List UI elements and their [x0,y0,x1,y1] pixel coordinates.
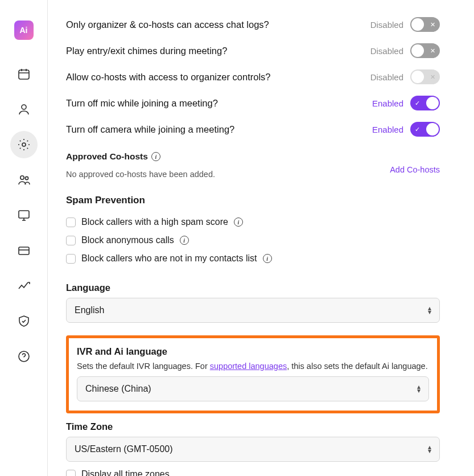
ivr-language-select[interactable]: Chinese (China) ▴▾ [77,376,429,401]
svg-point-1 [22,105,26,109]
x-icon: ✕ [430,48,435,54]
spam-option-label: Block callers who are not in my contacts… [81,253,257,264]
shield-icon [17,314,31,328]
approved-cohosts-heading: Approved Co-hosts i [66,151,440,162]
users-icon [17,173,31,187]
info-icon[interactable]: i [151,152,160,161]
nav-analytics[interactable] [10,272,38,299]
setting-row: Turn off camera while joining a meeting?… [66,116,440,142]
svg-rect-5 [19,211,29,218]
svg-point-4 [25,177,28,179]
check-icon: ✓ [415,126,420,133]
setting-status: Disabled [370,46,403,56]
ivr-language-value: Chinese (China) [85,384,151,394]
setting-row: Only organizer & co-hosts can access cha… [66,11,440,38]
ivr-description: Sets the default IVR languages. For supp… [77,362,429,371]
spam-option-checkbox[interactable] [66,254,76,264]
sidebar: Ai [0,0,48,476]
card-icon [17,244,31,257]
language-select[interactable]: English ▴▾ [66,298,440,323]
info-icon[interactable]: i [180,236,189,245]
cohosts-empty-text: No approved co-hosts have been added. [66,170,215,179]
calendar-icon [17,67,31,81]
info-icon[interactable]: i [263,254,272,263]
timezone-value: US/Eastern (GMT-0500) [75,444,173,454]
trend-icon [17,279,31,293]
nav-display[interactable] [10,202,38,229]
ivr-highlight-box: IVR and Ai language Sets the default IVR… [66,335,440,413]
spam-option-label: Block anonymous calls [81,235,174,245]
add-cohosts-link[interactable]: Add Co-hosts [390,165,440,174]
help-icon [17,350,31,363]
setting-label: Turn off camera while joining a meeting? [66,124,234,135]
setting-label: Play entry/exit chimes during meeting? [66,46,227,56]
setting-label: Allow co-hosts with access to organizer … [66,72,271,83]
nav-settings[interactable] [10,131,38,158]
ivr-label: IVR and Ai language [77,346,429,357]
setting-status: Enabled [372,99,403,108]
display-all-timezones-checkbox[interactable] [66,470,76,477]
gear-icon [17,138,31,151]
nav-billing[interactable] [10,237,38,264]
setting-row: Allow co-hosts with access to organizer … [66,64,440,90]
toggle-knob [426,123,439,136]
check-icon: ✓ [415,100,420,106]
toggle-knob [426,97,439,109]
setting-toggle[interactable]: ✕ [410,69,440,84]
setting-toggle[interactable]: ✕ [410,43,440,58]
x-icon: ✕ [430,74,435,80]
display-all-timezones-label: Display all time zones [81,469,170,476]
svg-point-3 [20,176,23,179]
spam-option-checkbox[interactable] [66,236,76,245]
spam-option-row: Block anonymous calls i [66,231,440,249]
setting-toggle[interactable]: ✕ [410,17,440,32]
spam-option-row: Block callers with a high spam score i [66,213,440,231]
app-logo[interactable]: Ai [14,20,34,40]
info-icon[interactable]: i [234,218,243,227]
setting-status: Disabled [370,20,403,30]
svg-point-2 [22,143,26,146]
setting-toggle[interactable]: ✓ [410,96,440,110]
supported-languages-link[interactable]: supported languages [210,362,287,371]
nav-security[interactable] [10,307,38,335]
chevron-updown-icon: ▴▾ [428,306,431,314]
setting-toggle[interactable]: ✓ [410,122,440,137]
monitor-icon [17,208,31,222]
setting-row: Play entry/exit chimes during meeting?Di… [66,38,440,64]
toggle-knob [411,18,424,31]
svg-rect-0 [19,70,29,79]
language-value: English [75,305,104,315]
svg-rect-6 [19,247,29,255]
setting-label: Only organizer & co-hosts can access cha… [66,19,269,30]
user-icon [17,102,31,116]
nav-help[interactable] [10,343,38,370]
timezone-label: Time Zone [66,421,440,432]
toggle-knob [411,71,424,83]
setting-status: Disabled [370,72,403,82]
nav-team[interactable] [10,166,38,194]
setting-status: Enabled [372,125,403,134]
x-icon: ✕ [430,22,435,28]
approved-cohosts-label: Approved Co-hosts [66,151,148,162]
setting-row: Turn off mic while joining a meeting?Ena… [66,90,440,116]
nav-profile[interactable] [10,96,38,123]
settings-panel: Only organizer & co-hosts can access cha… [48,0,474,476]
spam-option-label: Block callers with a high spam score [81,217,228,227]
timezone-select[interactable]: US/Eastern (GMT-0500) ▴▾ [66,437,440,462]
spam-option-checkbox[interactable] [66,218,76,227]
language-label: Language [66,282,440,293]
chevron-updown-icon: ▴▾ [417,385,421,393]
setting-label: Turn off mic while joining a meeting? [66,98,218,109]
nav-calendar[interactable] [10,60,38,88]
spam-option-row: Block callers who are not in my contacts… [66,249,440,268]
chevron-updown-icon: ▴▾ [428,445,431,453]
spam-prevention-heading: Spam Prevention [66,195,440,206]
toggle-knob [411,44,424,57]
